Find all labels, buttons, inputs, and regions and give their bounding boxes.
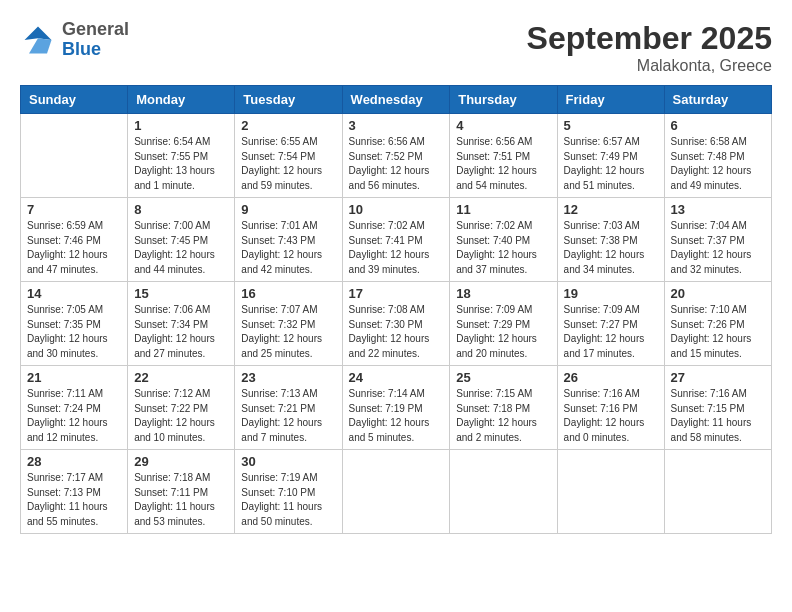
day-number: 19 [564, 286, 658, 301]
day-number: 22 [134, 370, 228, 385]
day-info: Sunrise: 7:09 AM Sunset: 7:27 PM Dayligh… [564, 303, 658, 361]
day-number: 29 [134, 454, 228, 469]
day-info: Sunrise: 7:02 AM Sunset: 7:40 PM Dayligh… [456, 219, 550, 277]
day-number: 8 [134, 202, 228, 217]
day-number: 13 [671, 202, 765, 217]
calendar-cell [21, 114, 128, 198]
day-number: 17 [349, 286, 444, 301]
day-number: 24 [349, 370, 444, 385]
day-number: 4 [456, 118, 550, 133]
calendar-cell: 12Sunrise: 7:03 AM Sunset: 7:38 PM Dayli… [557, 198, 664, 282]
calendar-cell: 30Sunrise: 7:19 AM Sunset: 7:10 PM Dayli… [235, 450, 342, 534]
calendar-cell: 18Sunrise: 7:09 AM Sunset: 7:29 PM Dayli… [450, 282, 557, 366]
day-number: 18 [456, 286, 550, 301]
calendar-cell: 24Sunrise: 7:14 AM Sunset: 7:19 PM Dayli… [342, 366, 450, 450]
day-number: 16 [241, 286, 335, 301]
calendar-cell: 28Sunrise: 7:17 AM Sunset: 7:13 PM Dayli… [21, 450, 128, 534]
calendar-week-row: 7Sunrise: 6:59 AM Sunset: 7:46 PM Daylig… [21, 198, 772, 282]
day-number: 9 [241, 202, 335, 217]
calendar-cell: 17Sunrise: 7:08 AM Sunset: 7:30 PM Dayli… [342, 282, 450, 366]
calendar-cell: 9Sunrise: 7:01 AM Sunset: 7:43 PM Daylig… [235, 198, 342, 282]
calendar-cell [342, 450, 450, 534]
day-info: Sunrise: 6:59 AM Sunset: 7:46 PM Dayligh… [27, 219, 121, 277]
day-info: Sunrise: 7:16 AM Sunset: 7:16 PM Dayligh… [564, 387, 658, 445]
day-info: Sunrise: 7:08 AM Sunset: 7:30 PM Dayligh… [349, 303, 444, 361]
calendar-cell: 19Sunrise: 7:09 AM Sunset: 7:27 PM Dayli… [557, 282, 664, 366]
calendar-cell: 20Sunrise: 7:10 AM Sunset: 7:26 PM Dayli… [664, 282, 771, 366]
day-info: Sunrise: 7:04 AM Sunset: 7:37 PM Dayligh… [671, 219, 765, 277]
day-number: 25 [456, 370, 550, 385]
day-info: Sunrise: 7:03 AM Sunset: 7:38 PM Dayligh… [564, 219, 658, 277]
calendar-cell: 5Sunrise: 6:57 AM Sunset: 7:49 PM Daylig… [557, 114, 664, 198]
day-info: Sunrise: 6:57 AM Sunset: 7:49 PM Dayligh… [564, 135, 658, 193]
month-title: September 2025 [527, 20, 772, 57]
calendar-cell: 21Sunrise: 7:11 AM Sunset: 7:24 PM Dayli… [21, 366, 128, 450]
calendar-cell: 26Sunrise: 7:16 AM Sunset: 7:16 PM Dayli… [557, 366, 664, 450]
day-info: Sunrise: 7:14 AM Sunset: 7:19 PM Dayligh… [349, 387, 444, 445]
calendar-cell: 25Sunrise: 7:15 AM Sunset: 7:18 PM Dayli… [450, 366, 557, 450]
day-number: 1 [134, 118, 228, 133]
day-number: 27 [671, 370, 765, 385]
day-number: 10 [349, 202, 444, 217]
day-info: Sunrise: 7:13 AM Sunset: 7:21 PM Dayligh… [241, 387, 335, 445]
day-number: 6 [671, 118, 765, 133]
day-header-monday: Monday [128, 86, 235, 114]
day-number: 23 [241, 370, 335, 385]
calendar-cell: 13Sunrise: 7:04 AM Sunset: 7:37 PM Dayli… [664, 198, 771, 282]
calendar-cell [664, 450, 771, 534]
day-info: Sunrise: 7:19 AM Sunset: 7:10 PM Dayligh… [241, 471, 335, 529]
day-number: 5 [564, 118, 658, 133]
day-info: Sunrise: 7:05 AM Sunset: 7:35 PM Dayligh… [27, 303, 121, 361]
calendar-cell: 3Sunrise: 6:56 AM Sunset: 7:52 PM Daylig… [342, 114, 450, 198]
title-block: September 2025 Malakonta, Greece [527, 20, 772, 75]
day-number: 12 [564, 202, 658, 217]
day-info: Sunrise: 6:54 AM Sunset: 7:55 PM Dayligh… [134, 135, 228, 193]
calendar-cell: 29Sunrise: 7:18 AM Sunset: 7:11 PM Dayli… [128, 450, 235, 534]
calendar-cell: 23Sunrise: 7:13 AM Sunset: 7:21 PM Dayli… [235, 366, 342, 450]
calendar-week-row: 14Sunrise: 7:05 AM Sunset: 7:35 PM Dayli… [21, 282, 772, 366]
calendar-cell: 1Sunrise: 6:54 AM Sunset: 7:55 PM Daylig… [128, 114, 235, 198]
day-info: Sunrise: 7:01 AM Sunset: 7:43 PM Dayligh… [241, 219, 335, 277]
day-info: Sunrise: 7:16 AM Sunset: 7:15 PM Dayligh… [671, 387, 765, 445]
day-number: 14 [27, 286, 121, 301]
calendar-header-row: SundayMondayTuesdayWednesdayThursdayFrid… [21, 86, 772, 114]
day-header-thursday: Thursday [450, 86, 557, 114]
logo-line2: Blue [62, 40, 129, 60]
calendar-cell: 7Sunrise: 6:59 AM Sunset: 7:46 PM Daylig… [21, 198, 128, 282]
day-info: Sunrise: 7:11 AM Sunset: 7:24 PM Dayligh… [27, 387, 121, 445]
day-number: 21 [27, 370, 121, 385]
calendar-cell: 22Sunrise: 7:12 AM Sunset: 7:22 PM Dayli… [128, 366, 235, 450]
day-info: Sunrise: 7:07 AM Sunset: 7:32 PM Dayligh… [241, 303, 335, 361]
day-number: 26 [564, 370, 658, 385]
location: Malakonta, Greece [527, 57, 772, 75]
calendar-cell: 11Sunrise: 7:02 AM Sunset: 7:40 PM Dayli… [450, 198, 557, 282]
day-info: Sunrise: 7:06 AM Sunset: 7:34 PM Dayligh… [134, 303, 228, 361]
calendar-table: SundayMondayTuesdayWednesdayThursdayFrid… [20, 85, 772, 534]
day-info: Sunrise: 6:56 AM Sunset: 7:51 PM Dayligh… [456, 135, 550, 193]
day-info: Sunrise: 7:12 AM Sunset: 7:22 PM Dayligh… [134, 387, 228, 445]
logo: General Blue [20, 20, 129, 60]
logo-line1: General [62, 20, 129, 40]
day-info: Sunrise: 7:10 AM Sunset: 7:26 PM Dayligh… [671, 303, 765, 361]
calendar-cell [450, 450, 557, 534]
day-number: 11 [456, 202, 550, 217]
day-header-sunday: Sunday [21, 86, 128, 114]
calendar-cell: 8Sunrise: 7:00 AM Sunset: 7:45 PM Daylig… [128, 198, 235, 282]
day-header-saturday: Saturday [664, 86, 771, 114]
calendar-cell: 6Sunrise: 6:58 AM Sunset: 7:48 PM Daylig… [664, 114, 771, 198]
page-header: General Blue September 2025 Malakonta, G… [20, 20, 772, 75]
calendar-cell: 14Sunrise: 7:05 AM Sunset: 7:35 PM Dayli… [21, 282, 128, 366]
day-info: Sunrise: 7:00 AM Sunset: 7:45 PM Dayligh… [134, 219, 228, 277]
calendar-cell: 10Sunrise: 7:02 AM Sunset: 7:41 PM Dayli… [342, 198, 450, 282]
logo-text: General Blue [62, 20, 129, 60]
day-info: Sunrise: 6:55 AM Sunset: 7:54 PM Dayligh… [241, 135, 335, 193]
day-number: 30 [241, 454, 335, 469]
calendar-cell: 2Sunrise: 6:55 AM Sunset: 7:54 PM Daylig… [235, 114, 342, 198]
calendar-cell: 4Sunrise: 6:56 AM Sunset: 7:51 PM Daylig… [450, 114, 557, 198]
svg-marker-0 [25, 26, 52, 40]
day-number: 3 [349, 118, 444, 133]
day-info: Sunrise: 7:02 AM Sunset: 7:41 PM Dayligh… [349, 219, 444, 277]
day-info: Sunrise: 7:09 AM Sunset: 7:29 PM Dayligh… [456, 303, 550, 361]
day-info: Sunrise: 6:58 AM Sunset: 7:48 PM Dayligh… [671, 135, 765, 193]
day-info: Sunrise: 7:15 AM Sunset: 7:18 PM Dayligh… [456, 387, 550, 445]
